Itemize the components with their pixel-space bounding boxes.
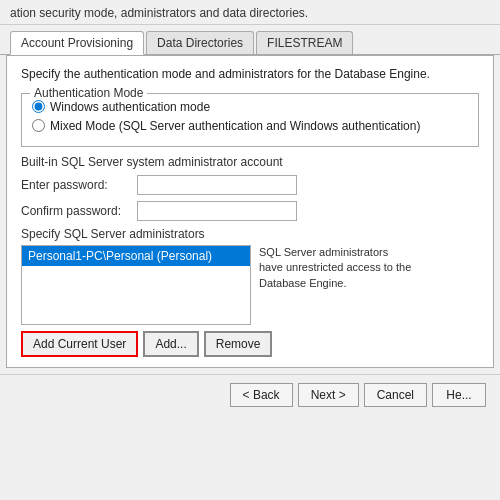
help-button[interactable]: He... — [432, 383, 486, 407]
radio-mixed-auth[interactable]: Mixed Mode (SQL Server authentication an… — [32, 119, 468, 133]
back-button[interactable]: < Back — [230, 383, 293, 407]
tab-description: Specify the authentication mode and admi… — [21, 66, 479, 83]
admins-description: SQL Server administrators have unrestric… — [259, 245, 414, 291]
admins-list[interactable]: Personal1-PC\Personal (Personal) — [21, 245, 251, 325]
top-bar-text: ation security mode, administrators and … — [10, 6, 308, 20]
cancel-button[interactable]: Cancel — [364, 383, 427, 407]
auth-mode-group: Authentication Mode Windows authenticati… — [21, 93, 479, 147]
confirm-password-row: Confirm password: — [21, 201, 479, 221]
radio-mixed-auth-label: Mixed Mode (SQL Server authentication an… — [50, 119, 420, 133]
confirm-password-label: Confirm password: — [21, 204, 131, 218]
auth-mode-group-title: Authentication Mode — [30, 86, 147, 100]
next-button[interactable]: Next > — [298, 383, 359, 407]
builtin-section-label: Built-in SQL Server system administrator… — [21, 155, 479, 169]
remove-button[interactable]: Remove — [204, 331, 273, 357]
admins-row: Personal1-PC\Personal (Personal) SQL Ser… — [21, 245, 479, 325]
sql-admins-label: Specify SQL Server administrators — [21, 227, 479, 241]
tab-account-provisioning[interactable]: Account Provisioning — [10, 31, 144, 55]
bottom-nav: < Back Next > Cancel He... — [0, 374, 500, 415]
enter-password-input[interactable] — [137, 175, 297, 195]
tab-data-directories[interactable]: Data Directories — [146, 31, 254, 54]
tab-content: Specify the authentication mode and admi… — [6, 55, 494, 368]
tabs-container: Account Provisioning Data Directories FI… — [0, 25, 500, 55]
radio-windows-auth-label: Windows authentication mode — [50, 100, 210, 114]
radio-windows-auth[interactable]: Windows authentication mode — [32, 100, 468, 114]
add-current-user-button[interactable]: Add Current User — [21, 331, 138, 357]
top-bar: ation security mode, administrators and … — [0, 0, 500, 25]
tab-filestream[interactable]: FILESTREAM — [256, 31, 353, 54]
admin-buttons-row: Add Current User Add... Remove — [21, 331, 479, 357]
add-button[interactable]: Add... — [143, 331, 198, 357]
admins-list-item[interactable]: Personal1-PC\Personal (Personal) — [22, 246, 250, 266]
radio-windows-auth-input[interactable] — [32, 100, 45, 113]
sql-admins-section: Specify SQL Server administrators Person… — [21, 227, 479, 357]
enter-password-row: Enter password: — [21, 175, 479, 195]
confirm-password-input[interactable] — [137, 201, 297, 221]
radio-mixed-auth-input[interactable] — [32, 119, 45, 132]
enter-password-label: Enter password: — [21, 178, 131, 192]
